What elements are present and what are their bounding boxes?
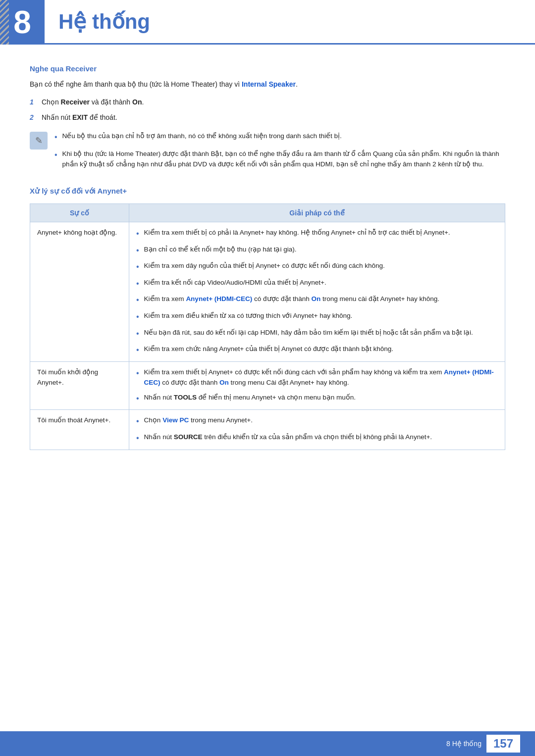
issue-cell-1: Anynet+ không hoạt động. — [30, 222, 129, 361]
page-footer: 8 Hệ thống 157 — [0, 731, 535, 756]
solution-cell-1: Kiểm tra xem thiết bị có phải là Anynet+… — [129, 222, 505, 361]
section-receiver: Nghe qua Receiver Bạn có thể nghe âm tha… — [30, 64, 505, 175]
list-item: Bạn chỉ có thể kết nối một bộ thu (rạp h… — [136, 244, 498, 257]
stripe-decoration — [0, 0, 9, 45]
note-icon-symbol: ✎ — [35, 135, 43, 146]
list-item: Kiểm tra xem điều khiển từ xa có tương t… — [136, 310, 498, 323]
list-item: Nhấn nút TOOLS để hiển thị menu Anynet+ … — [136, 392, 498, 405]
issue-cell-2: Tôi muốn khởi động Anynet+. — [30, 361, 129, 410]
list-item: Nhấn nút SOURCE trên điều khiển từ xa củ… — [136, 432, 498, 445]
steps-list: 1 Chọn Receiver và đặt thành On. 2 Nhấn … — [30, 97, 505, 123]
section1-title: Nghe qua Receiver — [30, 64, 505, 73]
section1-intro: Bạn có thể nghe âm thanh qua bộ thu (tức… — [30, 79, 505, 90]
note-box: ✎ Nếu bộ thu của bạn chỉ hỗ trợ âm thanh… — [30, 131, 505, 175]
note-icon: ✎ — [30, 132, 48, 150]
solution-cell-2: Kiểm tra xem thiết bị Anynet+ có được kế… — [129, 361, 505, 410]
page-content: Nghe qua Receiver Bạn có thể nghe âm tha… — [0, 64, 535, 500]
list-item: Kiểm tra xem Anynet+ (HDMI-CEC) có được … — [136, 294, 498, 306]
solution-list-2: Kiểm tra xem thiết bị Anynet+ có được kế… — [136, 367, 498, 405]
note-item-2: Khi bộ thu (tức là Home Theater) được đặ… — [54, 149, 505, 170]
list-item: Kiểm tra xem chức năng Anynet+ của thiết… — [136, 344, 498, 356]
step-1: 1 Chọn Receiver và đặt thành On. — [30, 97, 505, 107]
col-header-issue: Sự cố — [30, 203, 129, 222]
note-item-1: Nếu bộ thu của bạn chỉ hỗ trợ âm thanh, … — [54, 131, 505, 144]
chapter-number: 8 — [13, 6, 31, 38]
chapter-title: Hệ thống — [58, 9, 150, 34]
solution-list-3: Chọn View PC trong menu Anynet+. Nhấn nú… — [136, 415, 498, 444]
table-row: Anynet+ không hoạt động. Kiểm tra xem th… — [30, 222, 505, 361]
solution-list-1: Kiểm tra xem thiết bị có phải là Anynet+… — [136, 227, 498, 356]
issue-cell-3: Tôi muốn thoát Anynet+. — [30, 410, 129, 450]
trouble-table: Sự cố Giải pháp có thể Anynet+ không hoạ… — [30, 203, 505, 450]
table-row: Tôi muốn thoát Anynet+. Chọn View PC tro… — [30, 410, 505, 450]
table-row: Tôi muốn khởi động Anynet+. Kiểm tra xem… — [30, 361, 505, 410]
table-header-row: Sự cố Giải pháp có thể — [30, 203, 505, 222]
list-item: Chọn View PC trong menu Anynet+. — [136, 415, 498, 428]
footer-text: 8 Hệ thống — [446, 740, 482, 748]
col-header-solution: Giải pháp có thể — [129, 203, 505, 222]
section-anynet: Xử lý sự cố đối với Anynet+ Sự cố Giải p… — [30, 187, 505, 450]
solution-cell-3: Chọn View PC trong menu Anynet+. Nhấn nú… — [129, 410, 505, 450]
list-item: Kiểm tra xem dây nguồn của thiết bị Anyn… — [136, 260, 498, 273]
list-item: Kiểm tra xem thiết bị Anynet+ có được kế… — [136, 367, 498, 388]
step-2: 2 Nhấn nút EXIT để thoát. — [30, 112, 505, 123]
footer-page-number: 157 — [486, 735, 520, 753]
list-item: Kiểm tra xem thiết bị có phải là Anynet+… — [136, 227, 498, 240]
section2-title: Xử lý sự cố đối với Anynet+ — [30, 187, 505, 196]
list-item: Nếu bạn đã rút, sau đó kết nối lại cáp H… — [136, 327, 498, 340]
page-header: 8 Hệ thống — [0, 0, 535, 45]
note-list: Nếu bộ thu của bạn chỉ hỗ trợ âm thanh, … — [54, 131, 505, 175]
list-item: Kiểm tra kết nối cáp Video/Audio/HDMI củ… — [136, 277, 498, 290]
chapter-title-area: Hệ thống — [45, 0, 535, 45]
